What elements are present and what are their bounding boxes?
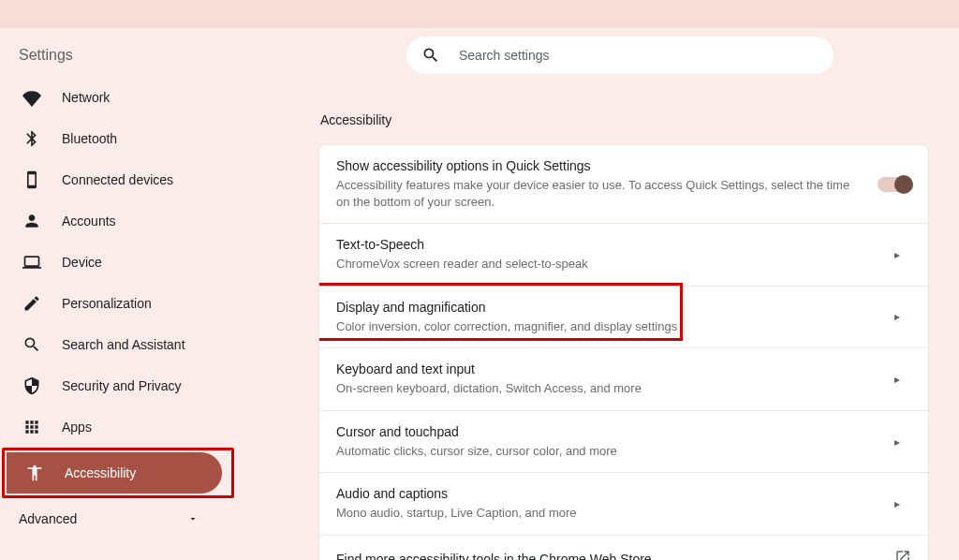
laptop-icon [22, 253, 41, 272]
person-icon [22, 212, 41, 230]
sidebar-item-label: Device [62, 255, 102, 270]
sidebar-item-network[interactable]: Network [0, 82, 243, 118]
sidebar-item-label: Accessibility [65, 465, 136, 480]
chevron-right-icon: ▸ [894, 497, 911, 510]
settings-card: Show accessibility options in Quick Sett… [318, 144, 929, 560]
sidebar-item-apps[interactable]: Apps [0, 406, 243, 448]
header: Settings [0, 28, 959, 82]
wifi-icon [22, 88, 41, 107]
row-title: Show accessibility options in Quick Sett… [336, 158, 866, 173]
sidebar-item-label: Personalization [62, 296, 152, 311]
search-icon [22, 335, 41, 354]
row-subtitle: Mono audio, startup, Live Caption, and m… [336, 505, 883, 522]
sidebar-item-label: Connected devices [62, 172, 173, 187]
row-subtitle: On-screen keyboard, dictation, Switch Ac… [336, 380, 883, 397]
sidebar-highlight-annotation: Accessibility [2, 448, 234, 498]
top-accent-bar [0, 0, 959, 28]
row-display-magnification[interactable]: Display and magnification Color inversio… [319, 286, 928, 348]
chevron-right-icon: ▸ [894, 373, 911, 386]
sidebar-advanced[interactable]: Advanced [0, 498, 243, 539]
row-title: Find more accessibility tools in the Chr… [336, 552, 883, 560]
edit-icon [22, 294, 41, 313]
sidebar-item-label: Apps [62, 420, 92, 435]
advanced-label: Advanced [19, 511, 77, 526]
row-title: Text-to-Speech [336, 237, 883, 252]
chevron-right-icon: ▸ [894, 435, 911, 449]
sidebar-item-accessibility[interactable]: Accessibility [7, 452, 222, 494]
row-title: Keyboard and text input [336, 361, 883, 376]
sidebar-item-label: Search and Assistant [62, 337, 185, 352]
sidebar-item-label: Network [62, 90, 110, 105]
row-title: Audio and captions [336, 486, 883, 501]
accessibility-icon [25, 464, 44, 482]
row-title: Cursor and touchpad [336, 424, 883, 439]
sidebar-item-label: Bluetooth [62, 131, 117, 146]
row-text-to-speech[interactable]: Text-to-Speech ChromeVox screen reader a… [319, 223, 928, 286]
toggle-switch[interactable] [878, 177, 911, 192]
sidebar-item-label: Security and Privacy [62, 378, 182, 393]
chevron-right-icon: ▸ [894, 248, 911, 261]
search-icon [421, 46, 440, 65]
shield-icon [22, 376, 41, 395]
sidebar-item-label: Accounts [62, 214, 116, 228]
search-wrap [300, 37, 940, 74]
sidebar-item-personalization[interactable]: Personalization [0, 283, 243, 324]
sidebar: Network Bluetooth Connected devices Acco… [0, 82, 243, 560]
row-web-store-link[interactable]: Find more accessibility tools in the Chr… [319, 535, 928, 560]
bluetooth-icon [22, 129, 41, 148]
search-input[interactable] [459, 48, 819, 63]
phone-icon [22, 170, 41, 189]
row-audio-captions[interactable]: Audio and captions Mono audio, startup, … [319, 472, 928, 535]
row-cursor-touchpad[interactable]: Cursor and touchpad Automatic clicks, cu… [319, 410, 928, 473]
row-subtitle: Color inversion, color correction, magni… [336, 318, 883, 335]
row-subtitle: Automatic clicks, cursor size, cursor co… [336, 443, 883, 460]
sidebar-item-connected-devices[interactable]: Connected devices [0, 159, 243, 200]
row-quick-settings-toggle[interactable]: Show accessibility options in Quick Sett… [319, 145, 928, 223]
row-subtitle: Accessibility features make your device … [336, 177, 866, 210]
page-title: Accessibility [320, 112, 929, 127]
sidebar-item-security-privacy[interactable]: Security and Privacy [0, 365, 243, 406]
chevron-right-icon: ▸ [894, 310, 911, 323]
sidebar-item-bluetooth[interactable]: Bluetooth [0, 118, 243, 159]
sidebar-item-search-assistant[interactable]: Search and Assistant [0, 324, 243, 365]
row-keyboard-text-input[interactable]: Keyboard and text input On-screen keyboa… [319, 347, 928, 410]
search-box[interactable] [406, 37, 834, 74]
apps-icon [22, 418, 41, 436]
sidebar-item-accounts[interactable]: Accounts [0, 200, 243, 242]
chevron-down-icon [187, 509, 199, 528]
sidebar-item-device[interactable]: Device [0, 242, 243, 283]
main-content: Accessibility Show accessibility options… [243, 82, 959, 560]
row-title: Display and magnification [336, 300, 883, 315]
app-title: Settings [19, 47, 300, 64]
row-subtitle: ChromeVox screen reader and select-to-sp… [336, 256, 883, 273]
open-external-icon [894, 549, 911, 560]
